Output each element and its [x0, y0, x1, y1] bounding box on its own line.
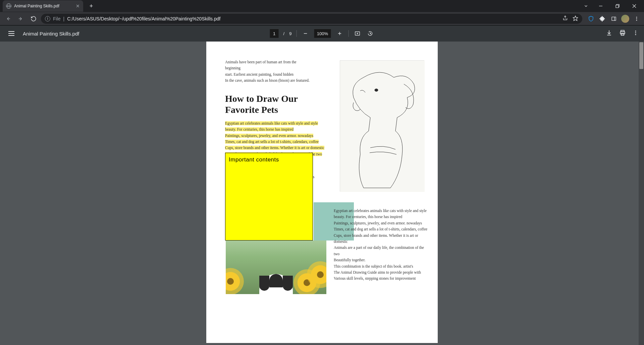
dog-sketch-image [340, 60, 424, 192]
separator [296, 30, 297, 37]
svg-point-25 [635, 30, 636, 31]
back-button[interactable] [3, 13, 13, 24]
right-column-paragraph: Egyptian art celebrates animals like cat… [334, 208, 429, 282]
svg-point-11 [636, 18, 637, 19]
url-text: C:/Users/ASUS/Desktop/~/updf%20files/Ani… [67, 16, 220, 21]
minimize-button[interactable] [593, 1, 608, 11]
page-separator: / [283, 31, 285, 36]
tab-title: Animal Painting Skills.pdf [14, 4, 73, 8]
svg-point-29 [375, 89, 378, 91]
text-line: Paintings, sculptures, jewelry, and even… [225, 134, 313, 138]
new-tab-button[interactable]: + [87, 1, 96, 11]
page-number-input[interactable]: 1 [270, 29, 279, 38]
text-line: Times, cat and dog art sells a lot of t-… [334, 226, 429, 232]
tab-strip: Animal Painting Skills.pdf ✕ + [0, 0, 644, 12]
pdf-page-area[interactable]: Animals have been part of human art from… [0, 42, 644, 345]
text-line: Egyptian art celebrates animals like cat… [334, 208, 429, 214]
extensions-icon[interactable] [598, 14, 607, 23]
share-icon[interactable] [562, 15, 568, 22]
cutoff-text-fragment: s [313, 175, 314, 179]
pdf-more-button[interactable] [633, 30, 639, 37]
reload-button[interactable] [28, 13, 39, 24]
zoom-level[interactable]: 100% [314, 29, 331, 38]
svg-rect-8 [612, 17, 616, 20]
close-tab-button[interactable]: ✕ [76, 3, 80, 9]
pdf-menu-button[interactable] [5, 27, 17, 40]
heading-line: How to Draw Our [225, 93, 306, 105]
rotate-button[interactable] [366, 29, 374, 38]
browser-menu-button[interactable] [632, 14, 641, 23]
svg-point-26 [635, 32, 636, 33]
text-line: The Animal Drawing Guide aims to provide… [334, 269, 429, 275]
text-line: Animals have been part of human art from… [225, 59, 312, 71]
download-button[interactable] [606, 29, 612, 38]
text-line: Animals are a part of our daily life, th… [334, 245, 429, 257]
pdf-page: Animals have been part of human art from… [206, 42, 438, 343]
document-heading: How to Draw Our Favorite Pets [225, 93, 306, 116]
site-info-icon[interactable]: i [45, 16, 50, 21]
dog-photo-image [226, 240, 326, 294]
separator [348, 30, 348, 37]
text-line: Times, cat and dog art sells a lot of t-… [225, 140, 319, 144]
forward-button[interactable] [15, 13, 26, 24]
maximize-button[interactable] [610, 1, 625, 11]
scrollbar-thumb[interactable] [639, 42, 643, 69]
text-line: This combination is the subject of this … [334, 263, 429, 269]
heading-line: Favorite Pets [225, 104, 306, 116]
text-line: In the cave, animals such as bison (biso… [225, 77, 312, 83]
scrollbar[interactable] [639, 42, 644, 345]
sidepanel-icon[interactable] [609, 14, 619, 23]
text-line: Paintings, sculptures, jewelry, and even… [334, 220, 429, 226]
text-line: Various skill levels, stepping stones fo… [334, 275, 429, 281]
hamburger-icon [8, 31, 14, 36]
svg-rect-28 [340, 61, 425, 192]
text-line: Cups, store brands and other items. Whet… [334, 232, 429, 245]
svg-point-27 [635, 34, 636, 35]
intro-paragraph: Animals have been part of human art from… [225, 59, 312, 84]
address-bar[interactable]: i File | C:/Users/ASUS/Desktop/~/updf%20… [41, 14, 582, 24]
text-line: beauty. For centuries, this horse has in… [334, 214, 429, 220]
url-scheme-label: File [53, 16, 61, 21]
text-line: Egyptian art celebrates animals like cat… [225, 121, 318, 125]
globe-icon [6, 3, 11, 9]
text-line: start. Earliest ancient painting, found … [225, 71, 312, 77]
close-window-button[interactable] [627, 1, 642, 11]
svg-rect-1 [616, 5, 619, 8]
bookmark-icon[interactable] [573, 15, 578, 22]
fit-to-page-button[interactable] [353, 29, 361, 38]
sticky-note-text: Important contents [229, 156, 279, 163]
zoom-in-button[interactable] [335, 29, 343, 38]
svg-marker-7 [573, 16, 578, 20]
url-separator: | [63, 16, 65, 21]
svg-marker-19 [370, 32, 371, 34]
browser-toolbar: i File | C:/Users/ASUS/Desktop/~/updf%20… [0, 12, 644, 25]
print-button[interactable] [619, 29, 626, 38]
text-line: beauty. For centuries, this horse has in… [225, 127, 293, 131]
total-pages: 9 [289, 31, 291, 36]
svg-point-12 [636, 20, 637, 21]
tab-search-button[interactable] [580, 1, 592, 11]
pdf-viewer-toolbar: Animal Painting Skills.pdf 1 / 9 100% [0, 25, 644, 42]
avatar [621, 15, 629, 23]
text-line: Beautifully together. [334, 257, 429, 263]
svg-point-10 [636, 17, 637, 18]
pdf-filename: Animal Painting Skills.pdf [23, 31, 79, 37]
text-line: Cups, store brands and other items. Whet… [225, 146, 324, 150]
browser-tab[interactable]: Animal Painting Skills.pdf ✕ [3, 0, 83, 12]
zoom-out-button[interactable] [301, 29, 309, 38]
profile-avatar[interactable] [621, 14, 630, 23]
window-controls [580, 1, 644, 11]
shield-extension-icon[interactable] [586, 14, 596, 23]
sticky-note-annotation[interactable]: Important contents [225, 153, 313, 240]
